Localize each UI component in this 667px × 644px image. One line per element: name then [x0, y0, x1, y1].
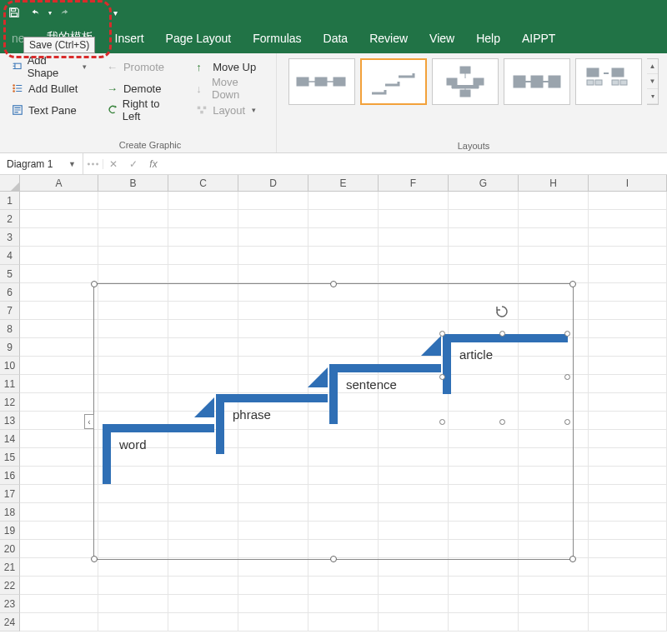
- layout-thumb-3[interactable]: [432, 58, 499, 105]
- tab-data[interactable]: Data: [323, 27, 349, 53]
- cell[interactable]: [589, 247, 667, 265]
- cell[interactable]: [308, 228, 379, 247]
- cell[interactable]: [20, 522, 98, 540]
- cell[interactable]: [20, 320, 98, 338]
- cell[interactable]: [20, 375, 98, 393]
- cell[interactable]: [168, 265, 238, 283]
- cell[interactable]: [308, 210, 379, 228]
- cell[interactable]: [449, 595, 519, 613]
- cell[interactable]: [20, 595, 98, 613]
- cell[interactable]: [589, 375, 667, 393]
- tab-aippt[interactable]: AIPPT: [522, 27, 555, 53]
- cell[interactable]: [98, 265, 168, 283]
- cell[interactable]: [589, 320, 667, 338]
- col-header[interactable]: H: [519, 175, 589, 192]
- cell[interactable]: [449, 577, 519, 595]
- cell[interactable]: [168, 613, 238, 632]
- gallery-expand[interactable]: ▲▼▾: [647, 58, 659, 105]
- cell[interactable]: [238, 595, 308, 613]
- row-header[interactable]: 3: [0, 228, 20, 247]
- cell[interactable]: [20, 338, 98, 357]
- cell[interactable]: [168, 228, 238, 247]
- tab-review[interactable]: Review: [369, 27, 408, 53]
- move-up-button[interactable]: ↑ Move Up: [193, 57, 268, 77]
- tab-page-layout[interactable]: Page Layout: [166, 27, 232, 53]
- cell[interactable]: [379, 577, 449, 595]
- step-shape[interactable]: [443, 334, 568, 342]
- step-shape[interactable]: [103, 424, 214, 432]
- row-header[interactable]: 14: [0, 430, 20, 448]
- col-header[interactable]: D: [238, 175, 308, 192]
- rotate-handle-icon[interactable]: [494, 304, 509, 319]
- shape-handle[interactable]: [564, 331, 570, 337]
- cell[interactable]: [98, 228, 168, 247]
- cell[interactable]: [308, 192, 379, 210]
- cell[interactable]: [449, 228, 519, 247]
- col-header[interactable]: A: [20, 175, 98, 192]
- row-header[interactable]: 2: [0, 210, 20, 228]
- row-header[interactable]: 20: [0, 540, 20, 558]
- cell[interactable]: [98, 247, 168, 265]
- row-header[interactable]: 6: [0, 283, 20, 302]
- cell[interactable]: [20, 503, 98, 522]
- cell[interactable]: [168, 192, 238, 210]
- cell[interactable]: [20, 247, 98, 265]
- cell[interactable]: [589, 283, 667, 302]
- shape-handle[interactable]: [564, 374, 570, 380]
- row-header[interactable]: 11: [0, 375, 20, 393]
- cell[interactable]: [589, 357, 667, 375]
- shape-handle[interactable]: [439, 331, 445, 337]
- cell[interactable]: [519, 210, 589, 228]
- row-header[interactable]: 22: [0, 577, 20, 595]
- cell[interactable]: [238, 577, 308, 595]
- cell[interactable]: [308, 265, 379, 283]
- demote-button[interactable]: → Demote: [103, 78, 179, 98]
- cell[interactable]: [20, 540, 98, 558]
- cell[interactable]: [379, 210, 449, 228]
- step-shape[interactable]: [443, 334, 451, 394]
- cell[interactable]: [519, 558, 589, 577]
- layout-thumb-1[interactable]: [288, 58, 355, 105]
- col-header[interactable]: E: [308, 175, 379, 192]
- col-header[interactable]: B: [98, 175, 168, 192]
- chevron-down-icon[interactable]: ▼: [647, 74, 658, 89]
- shape-handle[interactable]: [439, 374, 445, 380]
- row-header[interactable]: 8: [0, 320, 20, 338]
- step-shape[interactable]: [216, 394, 328, 402]
- resize-handle-sw[interactable]: [91, 556, 98, 562]
- row-header[interactable]: 9: [0, 338, 20, 357]
- resize-handle-s[interactable]: [330, 556, 337, 562]
- cell[interactable]: [168, 247, 238, 265]
- row-header[interactable]: 15: [0, 448, 20, 467]
- cell[interactable]: [519, 613, 589, 632]
- step-label-3[interactable]: sentence: [346, 377, 397, 392]
- chevron-down-icon[interactable]: ▾: [647, 89, 658, 104]
- cell[interactable]: [20, 448, 98, 467]
- row-header[interactable]: 19: [0, 522, 20, 540]
- row-header[interactable]: 4: [0, 247, 20, 265]
- cancel-x-icon[interactable]: ✕: [103, 158, 123, 170]
- cell[interactable]: [98, 192, 168, 210]
- cell[interactable]: [519, 595, 589, 613]
- cell[interactable]: [20, 577, 98, 595]
- cell[interactable]: [519, 577, 589, 595]
- cell[interactable]: [20, 192, 98, 210]
- cell[interactable]: [168, 577, 238, 595]
- col-header[interactable]: F: [379, 175, 449, 192]
- resize-handle-ne[interactable]: [569, 281, 576, 287]
- chevron-down-icon[interactable]: ▼: [68, 160, 76, 168]
- col-header[interactable]: I: [589, 175, 667, 192]
- cell[interactable]: [379, 558, 449, 577]
- right-to-left-button[interactable]: Right to Left: [103, 100, 179, 120]
- tab-formulas[interactable]: Formulas: [253, 27, 301, 53]
- cell[interactable]: [98, 558, 168, 577]
- step-shape[interactable]: [329, 364, 338, 424]
- chevron-up-icon[interactable]: ▲: [647, 59, 658, 74]
- col-header[interactable]: G: [449, 175, 519, 192]
- cell[interactable]: [20, 430, 98, 448]
- cell[interactable]: [589, 393, 667, 412]
- cell[interactable]: [589, 577, 667, 595]
- cell[interactable]: [238, 247, 308, 265]
- cell[interactable]: [589, 302, 667, 320]
- cell[interactable]: [98, 613, 168, 632]
